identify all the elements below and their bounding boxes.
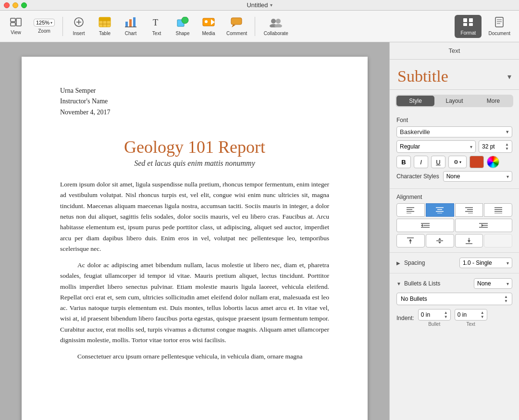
indent-increase-button[interactable] xyxy=(455,219,513,232)
color-wheel-button[interactable] xyxy=(487,156,499,168)
comment-button[interactable]: Comment xyxy=(222,15,251,38)
text-indent-arrows[interactable]: ▲▼ xyxy=(481,310,484,319)
svg-point-25 xyxy=(276,19,281,24)
view-label: View xyxy=(11,30,21,35)
insert-button[interactable]: Insert xyxy=(67,15,91,38)
no-bullets-select[interactable]: No Bullets ▲▼ xyxy=(396,293,512,305)
subtitle-style-row[interactable]: Subtitle ▾ xyxy=(390,60,519,90)
svg-marker-67 xyxy=(468,240,470,243)
shape-label: Shape xyxy=(176,31,190,36)
bullet-indent-arrows[interactable]: ▲▼ xyxy=(444,310,448,319)
align-left-button[interactable] xyxy=(396,203,425,217)
tab-style[interactable]: Style xyxy=(396,96,434,106)
title-chevron-icon[interactable]: ▾ xyxy=(270,2,272,8)
document-icon xyxy=(494,17,504,30)
svg-marker-61 xyxy=(409,239,412,241)
close-button[interactable] xyxy=(4,2,10,8)
table-label: Table xyxy=(99,31,111,36)
window-title: Untitled ▾ xyxy=(247,1,272,9)
spacing-label: Spacing xyxy=(404,259,425,266)
svg-rect-22 xyxy=(231,18,242,25)
align-right-button[interactable] xyxy=(455,203,483,217)
svg-rect-2 xyxy=(16,18,21,26)
document-area[interactable]: Urna Semper Instructor's Name November 4… xyxy=(0,42,389,420)
zoom-control[interactable]: 125% ▾ Zoom xyxy=(30,19,59,34)
font-section-label: Font xyxy=(396,117,512,124)
italic-button[interactable]: I xyxy=(414,156,428,168)
text-button[interactable]: T Text xyxy=(145,15,169,38)
valign-bottom-button[interactable] xyxy=(455,234,483,247)
svg-rect-30 xyxy=(463,23,467,26)
format-button[interactable]: Format xyxy=(455,15,482,38)
text-indent-control[interactable]: 0 in ▲▼ xyxy=(455,309,487,321)
valign-middle-button[interactable] xyxy=(426,234,454,247)
indent-decrease-button[interactable] xyxy=(396,219,454,232)
document-page: Urna Semper Instructor's Name November 4… xyxy=(22,57,368,420)
svg-marker-55 xyxy=(421,224,423,227)
table-button[interactable]: Table xyxy=(93,15,117,38)
author-name: Urna Semper xyxy=(60,86,329,96)
bullets-style-select[interactable]: None ▾ xyxy=(474,278,512,289)
bullet-indent-control[interactable]: 0 in ▲▼ xyxy=(418,309,451,321)
font-size-value: 32 pt xyxy=(482,143,495,150)
document-author: Urna Semper Instructor's Name November 4… xyxy=(60,86,329,118)
font-style-arrow-icon: ▾ xyxy=(470,144,472,149)
maximize-button[interactable] xyxy=(21,2,27,8)
title-text: Untitled xyxy=(247,1,268,9)
document-button[interactable]: Document xyxy=(483,15,515,38)
svg-rect-12 xyxy=(125,22,128,27)
title-bar: Untitled ▾ xyxy=(0,0,519,11)
svg-rect-32 xyxy=(495,17,503,27)
valign-top-button[interactable] xyxy=(396,234,425,247)
subtitle-style-text: Subtitle xyxy=(397,67,448,86)
underline-button[interactable]: U xyxy=(431,156,445,168)
no-bullets-value: No Bullets xyxy=(401,296,427,302)
font-style-select[interactable]: Regular ▾ xyxy=(396,140,476,153)
tab-more[interactable]: More xyxy=(474,96,512,106)
zoom-value: 125% xyxy=(36,20,49,25)
font-name-value: Baskerville xyxy=(400,128,430,136)
zoom-input[interactable]: 125% ▾ xyxy=(34,19,55,26)
svg-point-24 xyxy=(271,19,276,24)
alignment-row-2 xyxy=(396,219,512,232)
spacing-select[interactable]: 1.0 - Single ▾ xyxy=(459,258,512,268)
chart-button[interactable]: Chart xyxy=(119,15,143,38)
svg-marker-65 xyxy=(438,242,441,244)
bullets-expand-icon[interactable]: ▼ xyxy=(396,281,401,286)
indent-label: Indent: xyxy=(396,315,414,321)
spacing-arrow-icon: ▾ xyxy=(507,260,509,266)
tab-layout[interactable]: Layout xyxy=(435,96,473,106)
toolbar-separator-1 xyxy=(62,17,63,36)
font-size-arrows[interactable]: ▲ ▼ xyxy=(505,142,509,151)
zoom-label: Zoom xyxy=(38,28,50,34)
view-button[interactable]: View xyxy=(4,16,28,37)
bold-button[interactable]: B xyxy=(396,156,411,168)
font-size-control[interactable]: 32 pt ▲ ▼ xyxy=(479,140,512,153)
media-button[interactable]: Media xyxy=(197,15,221,38)
svg-rect-29 xyxy=(469,18,473,22)
shape-button[interactable]: Shape xyxy=(171,15,195,38)
character-styles-value: None xyxy=(446,173,460,180)
align-justify-button[interactable] xyxy=(484,203,512,217)
character-styles-select[interactable]: None ▾ xyxy=(443,171,512,182)
character-styles-arrow-icon: ▾ xyxy=(507,174,509,179)
subtitle-chevron-icon[interactable]: ▾ xyxy=(507,72,511,81)
text-color-swatch[interactable] xyxy=(470,156,484,168)
spacing-expand-icon[interactable]: ▶ xyxy=(396,260,400,266)
alignment-row-3 xyxy=(396,234,512,247)
collaborate-button[interactable]: Collaborate xyxy=(259,15,293,38)
view-icon xyxy=(10,18,22,29)
gear-chevron-icon: ▾ xyxy=(459,160,461,164)
text-indent-group: 0 in ▲▼ Text xyxy=(455,309,487,327)
paragraph-3: Consectetuer arcu ipsum ornare pellentes… xyxy=(60,351,329,362)
align-center-button[interactable] xyxy=(426,203,454,217)
no-bullets-arrows: ▲▼ xyxy=(504,295,508,303)
text-options-button[interactable]: ⚙ ▾ xyxy=(448,156,467,168)
insert-icon xyxy=(73,17,85,30)
font-name-select[interactable]: Baskerville ▾ xyxy=(396,126,512,137)
right-panel: Text Subtitle ▾ Style Layout More Font B… xyxy=(389,42,519,420)
font-size-down-icon[interactable]: ▼ xyxy=(505,147,509,151)
font-size-up-icon[interactable]: ▲ xyxy=(505,142,509,147)
text-icon: T xyxy=(151,17,162,30)
minimize-button[interactable] xyxy=(12,2,18,8)
